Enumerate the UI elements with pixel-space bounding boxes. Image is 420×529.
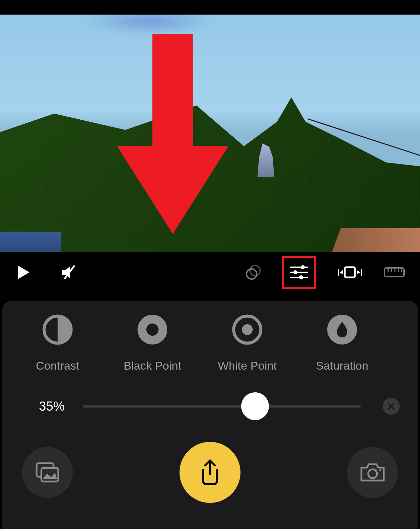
editor-toolbar — [0, 252, 420, 293]
blackpoint-icon — [137, 314, 168, 345]
svg-point-6 — [293, 270, 297, 274]
contrast-icon — [42, 314, 73, 345]
annotation-arrow-icon — [115, 34, 230, 234]
slider-thumb[interactable] — [241, 392, 269, 420]
adjustment-label: White Point — [218, 359, 277, 372]
camera-icon — [359, 462, 386, 483]
filters-button[interactable] — [245, 264, 262, 281]
adjustment-label: Contrast — [36, 359, 80, 372]
svg-point-4 — [301, 265, 305, 269]
rooftop — [332, 228, 420, 252]
gallery-icon — [35, 462, 60, 483]
crop-button[interactable] — [336, 264, 363, 281]
svg-point-29 — [379, 469, 381, 471]
mute-button[interactable] — [61, 264, 80, 281]
adjustment-label: Black Point — [124, 359, 181, 372]
svg-point-8 — [299, 275, 303, 279]
share-button[interactable] — [180, 442, 240, 503]
camera-button[interactable] — [347, 447, 398, 498]
adjustment-panel: Contrast Black Point White Point — [2, 301, 418, 529]
saturation-icon — [327, 314, 357, 345]
svg-point-22 — [242, 324, 253, 335]
sky-gradient — [85, 15, 213, 35]
adjustment-vibrance[interactable]: Vil — [390, 314, 418, 372]
svg-rect-27 — [41, 468, 58, 482]
building — [0, 232, 61, 252]
adjustment-list[interactable]: Contrast Black Point White Point — [2, 314, 418, 372]
adjustment-saturation[interactable]: Saturation — [295, 314, 390, 372]
bottom-actions — [2, 415, 418, 503]
adjust-button[interactable] — [282, 256, 316, 289]
play-button[interactable] — [15, 264, 32, 281]
share-icon — [199, 459, 221, 486]
ruler-button[interactable] — [384, 267, 405, 277]
gallery-button[interactable] — [22, 447, 73, 498]
adjustment-whitepoint[interactable]: White Point — [200, 314, 295, 372]
slider-reset-button[interactable] — [383, 398, 400, 415]
close-icon — [387, 402, 395, 410]
status-bar — [0, 0, 420, 15]
adjustment-slider[interactable] — [83, 405, 361, 408]
adjustment-label: Saturation — [316, 359, 369, 372]
whitepoint-icon — [232, 314, 262, 345]
slider-value: 35% — [39, 399, 69, 414]
adjustment-contrast[interactable]: Contrast — [10, 314, 105, 372]
svg-point-28 — [368, 469, 377, 478]
slider-row: 35% — [2, 372, 418, 415]
svg-rect-9 — [345, 267, 355, 277]
svg-point-20 — [146, 324, 159, 336]
adjustment-blackpoint[interactable]: Black Point — [105, 314, 200, 372]
